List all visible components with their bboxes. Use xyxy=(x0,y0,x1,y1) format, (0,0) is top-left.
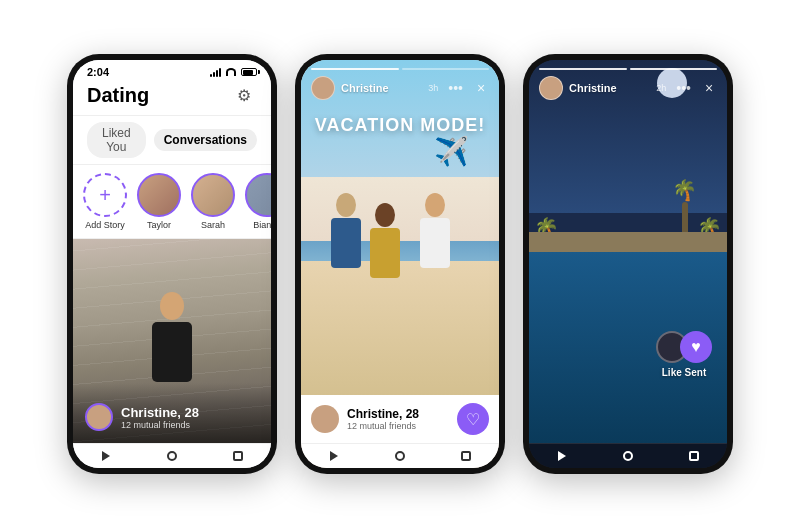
status-time-1: 2:04 xyxy=(87,66,109,78)
card-info-overlay: Christine, 28 12 mutual friends xyxy=(73,383,271,443)
story-user-row-3: Christine 2h ••• × xyxy=(539,76,717,100)
recents-icon-2 xyxy=(461,451,471,461)
nav-back-3[interactable] xyxy=(550,450,574,462)
signal-icon xyxy=(210,68,221,77)
story-time-3: 2h xyxy=(656,83,666,93)
tab-liked-you[interactable]: Liked You xyxy=(87,122,146,158)
status-bar-1: 2:04 xyxy=(73,60,271,80)
story-close-btn[interactable]: × xyxy=(473,80,489,96)
nav-home-2[interactable] xyxy=(388,450,412,462)
nav-back-2[interactable] xyxy=(322,450,346,462)
phone-3-screen: 🌴 🌴 🌴 xyxy=(529,60,727,468)
card-background: Christine, 28 12 mutual friends xyxy=(73,239,271,443)
story-card-name: Christine, 28 xyxy=(347,407,449,421)
progress-1 xyxy=(311,68,399,70)
phone-1-frame: 2:04 Dating ⚙ xyxy=(67,54,277,474)
like-heart-icon: ♥ xyxy=(680,331,712,363)
tabs-row: Liked You Conversations xyxy=(73,116,271,165)
phone-3: 🌴 🌴 🌴 xyxy=(523,54,733,474)
story-screen-2: Christine 3h ••• × VACATION MODE! ✈️ xyxy=(301,60,499,395)
story-progress xyxy=(311,68,489,70)
card-person-name: Christine, 28 xyxy=(121,405,259,420)
story-text-overlay: VACATION MODE! xyxy=(301,115,499,136)
progress-3-2 xyxy=(630,68,718,70)
bottom-nav-1 xyxy=(73,443,271,468)
nav-back[interactable] xyxy=(94,450,118,462)
like-sent-label: Like Sent xyxy=(662,367,706,378)
story-sarah[interactable]: Sarah xyxy=(191,173,235,230)
phone-2-screen: Christine 3h ••• × VACATION MODE! ✈️ Chr… xyxy=(301,60,499,468)
nav-recents[interactable] xyxy=(226,450,250,462)
back-icon xyxy=(102,451,110,461)
phone-2-frame: Christine 3h ••• × VACATION MODE! ✈️ Chr… xyxy=(295,54,505,474)
story-avatar-sarah[interactable] xyxy=(191,173,235,217)
story-bianca[interactable]: Bianca xyxy=(245,173,271,230)
phone-1: 2:04 Dating ⚙ xyxy=(67,54,277,474)
progress-2 xyxy=(402,68,490,70)
back-icon-3 xyxy=(558,451,566,461)
pool-scene: 🌴 🌴 🌴 xyxy=(529,60,727,443)
card-avatar xyxy=(85,403,113,431)
app-title: Dating xyxy=(87,84,149,107)
story-taylor[interactable]: Taylor xyxy=(137,173,181,230)
person-2 xyxy=(370,203,400,278)
nav-home-3[interactable] xyxy=(616,450,640,462)
stories-row: + Add Story Taylor Sarah Bianca Sp xyxy=(73,165,271,239)
story-username-3: Christine xyxy=(569,82,650,94)
story-label-taylor: Taylor xyxy=(147,220,171,230)
person-1 xyxy=(331,193,361,268)
story-progress-3 xyxy=(539,68,717,70)
person-3 xyxy=(420,193,450,268)
story-close-btn-3[interactable]: × xyxy=(701,80,717,96)
story-card-text: Christine, 28 12 mutual friends xyxy=(347,407,449,431)
story-photo-bg xyxy=(301,60,499,395)
story-header-3: Christine 2h ••• × xyxy=(529,60,727,104)
phone-3-frame: 🌴 🌴 🌴 xyxy=(523,54,733,474)
app-header: Dating ⚙ xyxy=(73,80,271,116)
story-header-2: Christine 3h ••• × xyxy=(301,60,499,104)
like-button[interactable]: ♡ xyxy=(457,403,489,435)
story-add[interactable]: + Add Story xyxy=(83,173,127,230)
phone-2: Christine 3h ••• × VACATION MODE! ✈️ Chr… xyxy=(295,54,505,474)
home-icon xyxy=(167,451,177,461)
story-more-icon[interactable]: ••• xyxy=(448,80,463,96)
story-emoji: ✈️ xyxy=(434,135,469,168)
card-person-sub: 12 mutual friends xyxy=(121,420,259,430)
card-text: Christine, 28 12 mutual friends xyxy=(121,405,259,430)
story-user-avatar-3 xyxy=(539,76,563,100)
nav-home[interactable] xyxy=(160,450,184,462)
story-screen-3: 🌴 🌴 🌴 xyxy=(529,60,727,443)
status-icons-1 xyxy=(210,68,257,77)
story-label-sarah: Sarah xyxy=(201,220,225,230)
story-avatar-taylor[interactable] xyxy=(137,173,181,217)
battery-icon xyxy=(241,68,257,76)
home-icon-3 xyxy=(623,451,633,461)
wifi-icon xyxy=(226,68,236,76)
like-sent-avatars: ♥ xyxy=(656,331,712,363)
story-more-icon-3[interactable]: ••• xyxy=(676,80,691,96)
story-avatar-bianca[interactable] xyxy=(245,173,271,217)
nav-recents-2[interactable] xyxy=(454,450,478,462)
add-story-label: Add Story xyxy=(85,220,125,230)
beach-sand xyxy=(301,261,499,395)
story-username: Christine xyxy=(341,82,422,94)
recents-icon-3 xyxy=(689,451,699,461)
nav-recents-3[interactable] xyxy=(682,450,706,462)
story-user-avatar xyxy=(311,76,335,100)
home-icon-2 xyxy=(395,451,405,461)
recents-icon xyxy=(233,451,243,461)
story-time: 3h xyxy=(428,83,438,93)
story-card-sub: 12 mutual friends xyxy=(347,421,449,431)
story-user-row: Christine 3h ••• × xyxy=(311,76,489,100)
settings-icon[interactable]: ⚙ xyxy=(237,86,257,106)
card-person-figure xyxy=(152,292,192,382)
story-card-info: Christine, 28 12 mutual friends ♡ xyxy=(301,395,499,443)
progress-3-1 xyxy=(539,68,627,70)
tab-conversations[interactable]: Conversations xyxy=(154,129,257,151)
story-label-bianca: Bianca xyxy=(253,220,271,230)
like-sent-badge: ♥ Like Sent xyxy=(656,331,712,378)
main-card[interactable]: Christine, 28 12 mutual friends xyxy=(73,239,271,443)
bottom-nav-3 xyxy=(529,443,727,468)
add-story-btn[interactable]: + xyxy=(83,173,127,217)
phone-1-screen: 2:04 Dating ⚙ xyxy=(73,60,271,468)
